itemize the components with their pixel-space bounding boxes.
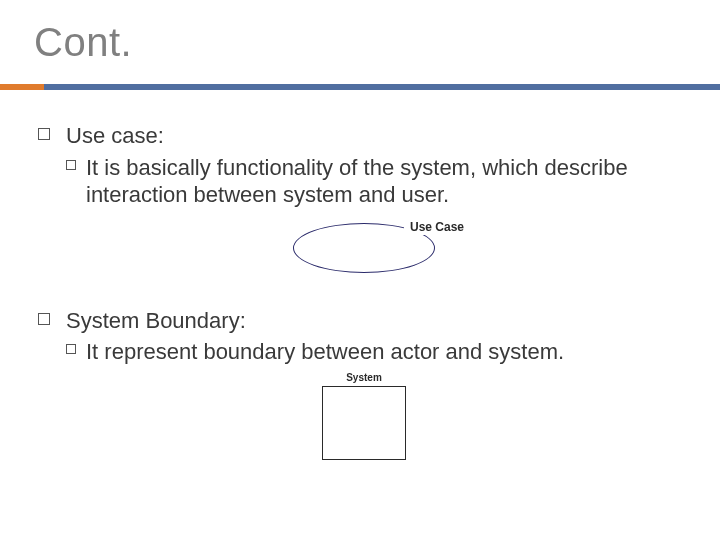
list-subitem: It is basically functionality of the sys… [38, 154, 690, 209]
list-item: Use case: [38, 122, 690, 150]
bullet-icon [66, 160, 76, 170]
system-boundary-figure: System [38, 372, 690, 461]
bullet-icon [66, 344, 76, 354]
section-body: It represent boundary between actor and … [86, 339, 564, 364]
figure-label: System [38, 372, 690, 385]
divider [0, 84, 720, 90]
system-rect-icon [322, 386, 406, 460]
section-heading: Use case: [66, 123, 164, 148]
bullet-icon [38, 313, 50, 325]
content-area: Use case: It is basically functionality … [38, 122, 690, 460]
divider-main [44, 84, 720, 90]
section-heading: System Boundary: [66, 308, 246, 333]
section-body: It is basically functionality of the sys… [86, 155, 628, 208]
use-case-figure: Use Case [38, 223, 690, 285]
slide: Cont. Use case: It is basically function… [0, 0, 720, 540]
divider-accent [0, 84, 44, 90]
figure-label: Use Case [404, 220, 470, 235]
bullet-icon [38, 128, 50, 140]
list-item: System Boundary: [38, 307, 690, 335]
slide-title: Cont. [34, 20, 132, 65]
list-subitem: It represent boundary between actor and … [38, 338, 690, 366]
